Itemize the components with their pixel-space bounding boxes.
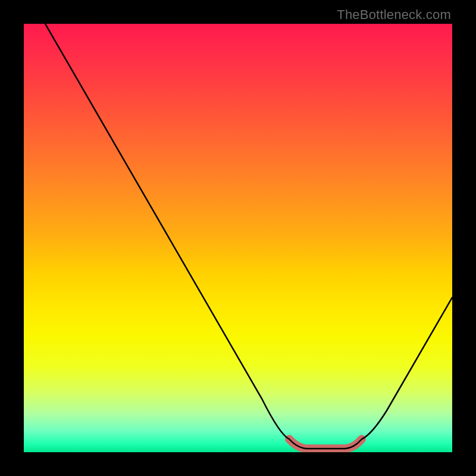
bottleneck-curve xyxy=(24,24,452,452)
watermark-credit: TheBottleneck.com xyxy=(337,7,451,23)
chart-plot-area xyxy=(24,24,452,452)
bottleneck-curve-line xyxy=(45,24,452,449)
